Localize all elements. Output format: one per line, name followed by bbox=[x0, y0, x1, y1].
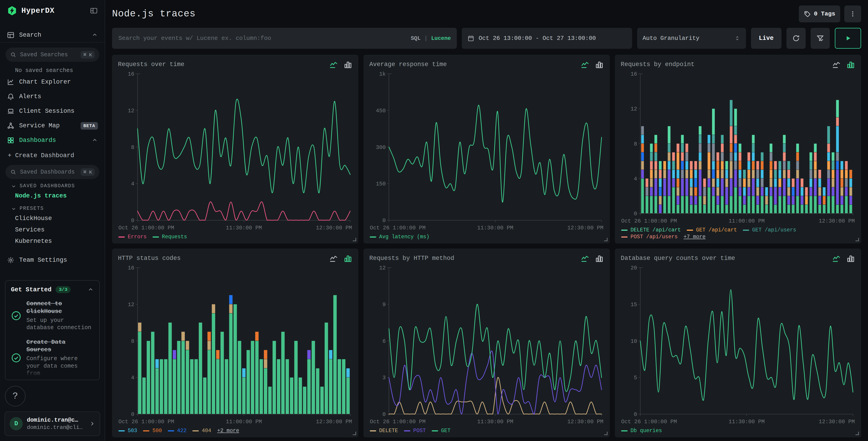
filter-button[interactable] bbox=[811, 28, 830, 49]
line-chart-toggle-icon[interactable] bbox=[329, 60, 338, 69]
legend-item[interactable]: GET /api/cart bbox=[687, 227, 737, 233]
get-started-item-desc: Set up your database connection bbox=[26, 317, 94, 332]
line-chart-toggle-icon[interactable] bbox=[581, 60, 590, 69]
sidebar-item-label: Team Settings bbox=[19, 257, 67, 264]
sidebar-item-team-settings[interactable]: Team Settings bbox=[0, 253, 105, 267]
legend-label: GET /api/cart bbox=[696, 227, 737, 233]
legend-item[interactable]: DELETE /api/cart bbox=[621, 227, 681, 233]
sidebar-item-search[interactable]: Search bbox=[0, 28, 105, 42]
event-search-box[interactable]: SQL | Lucene bbox=[112, 28, 457, 49]
chevron-up-icon[interactable] bbox=[92, 137, 98, 144]
legend-item[interactable]: POST /api/users bbox=[621, 234, 678, 240]
legend-item[interactable]: 422 bbox=[168, 428, 186, 434]
legend-item[interactable]: DELETE bbox=[370, 428, 398, 434]
sidebar-item-dashboards[interactable]: Dashboards bbox=[0, 133, 105, 148]
sidebar-item-service-map[interactable]: Service Map BETA bbox=[0, 118, 105, 133]
tags-button[interactable]: 0 Tags bbox=[799, 5, 840, 22]
sidebar-item-chart-explorer[interactable]: Chart Explorer bbox=[0, 75, 105, 89]
granularity-select[interactable]: Auto Granularity bbox=[637, 28, 746, 49]
chevron-down-icon bbox=[11, 183, 17, 189]
sidebar-dashboard-nodejs-traces[interactable]: Node.js traces bbox=[0, 190, 105, 202]
legend-item[interactable]: GET bbox=[432, 428, 451, 434]
line-chart-toggle-icon[interactable] bbox=[329, 254, 338, 263]
legend-item[interactable]: Errors bbox=[118, 234, 147, 240]
sidebar-item-client-sessions[interactable]: Client Sessions bbox=[0, 104, 105, 118]
get-started-item[interactable]: Connect to ClickHouse Set up your databa… bbox=[11, 300, 94, 332]
refresh-button[interactable] bbox=[786, 28, 806, 49]
sql-mode-toggle[interactable]: SQL bbox=[411, 35, 421, 41]
bar-chart-toggle-icon[interactable] bbox=[846, 254, 855, 263]
legend-item[interactable]: Requests bbox=[153, 234, 187, 240]
bell-icon bbox=[7, 93, 14, 100]
legend-more-link[interactable]: +2 more bbox=[217, 428, 239, 434]
legend-more-link[interactable]: +7 more bbox=[684, 234, 706, 240]
sidebar-preset-kubernetes[interactable]: Kubernetes bbox=[0, 236, 105, 247]
help-button[interactable]: ? bbox=[5, 386, 26, 406]
sidebar-collapse-icon[interactable] bbox=[90, 7, 98, 15]
bar-chart-toggle-icon[interactable] bbox=[595, 254, 604, 263]
line-chart-toggle-icon[interactable] bbox=[581, 254, 590, 263]
legend-item[interactable]: Db queries bbox=[621, 428, 662, 434]
time-range-picker[interactable]: Oct 26 13:00:00 - Oct 27 13:00:00 bbox=[462, 28, 632, 49]
panel-title: Requests over time bbox=[118, 61, 184, 68]
chart-canvas: 01503004501kOct 26 1:00:00 PM11:30:00 PM… bbox=[369, 70, 604, 232]
sidebar-item-label: Alerts bbox=[19, 93, 41, 100]
line-chart-toggle-icon[interactable] bbox=[832, 254, 841, 263]
legend-label: Errors bbox=[128, 234, 147, 240]
legend-swatch bbox=[621, 430, 627, 432]
user-menu[interactable]: D dominic.tran@c… dominic.tran@cli… bbox=[5, 411, 100, 436]
presets-section[interactable]: PRESETS bbox=[0, 202, 105, 213]
saved-dashboards-section[interactable]: SAVED DASHBOARDS bbox=[0, 179, 105, 190]
get-started-header[interactable]: Get Started 3/3 bbox=[11, 286, 94, 293]
chevron-up-icon[interactable] bbox=[87, 287, 94, 293]
legend-item[interactable]: POST bbox=[404, 428, 426, 434]
live-button[interactable]: Live bbox=[751, 28, 781, 49]
saved-searches-input[interactable]: Saved Searches ⌘ K bbox=[5, 48, 99, 62]
sidebar-item-label: Dashboards bbox=[19, 137, 56, 144]
svg-text:11:00:00 PM: 11:00:00 PM bbox=[728, 218, 765, 224]
search-section-icon bbox=[7, 31, 14, 39]
legend-label: Requests bbox=[162, 234, 187, 240]
search-input[interactable] bbox=[118, 35, 406, 42]
legend-item[interactable]: 404 bbox=[192, 428, 211, 434]
svg-text:8: 8 bbox=[634, 141, 637, 147]
legend-label: Db queries bbox=[630, 428, 662, 434]
run-query-button[interactable] bbox=[835, 28, 861, 49]
svg-text:12:30:00 PM: 12:30:00 PM bbox=[316, 419, 352, 425]
svg-text:8: 8 bbox=[131, 338, 134, 345]
create-dashboard-button[interactable]: + Create Dashboard bbox=[0, 148, 105, 160]
svg-text:10: 10 bbox=[630, 338, 637, 345]
legend-label: POST /api/users bbox=[630, 234, 678, 240]
sidebar-item-alerts[interactable]: Alerts bbox=[0, 89, 105, 104]
svg-text:Oct 26 1:00:00 PM: Oct 26 1:00:00 PM bbox=[118, 419, 174, 425]
sidebar-item-label: Service Map bbox=[19, 122, 60, 129]
chart-legend: ErrorsRequests bbox=[118, 232, 352, 241]
bar-chart-toggle-icon[interactable] bbox=[846, 60, 855, 69]
legend-item[interactable]: GET /api/users bbox=[743, 227, 796, 233]
lucene-mode-toggle[interactable]: Lucene bbox=[431, 35, 451, 41]
legend-item[interactable]: 500 bbox=[143, 428, 162, 434]
svg-text:12: 12 bbox=[630, 106, 637, 112]
svg-text:4: 4 bbox=[131, 181, 134, 187]
bar-chart-toggle-icon[interactable] bbox=[343, 60, 352, 69]
line-chart-toggle-icon[interactable] bbox=[832, 60, 841, 69]
more-options-button[interactable] bbox=[844, 5, 861, 22]
saved-dashboards-input[interactable]: Saved Dashboards ⌘ K bbox=[5, 165, 99, 179]
legend-swatch bbox=[432, 430, 438, 432]
get-started-item[interactable]: Create Data Sources Configure where your… bbox=[11, 339, 94, 378]
bar-chart-toggle-icon[interactable] bbox=[343, 254, 352, 263]
legend-swatch bbox=[153, 236, 159, 238]
sidebar: HyperDX Search Saved Searches ⌘ K No sav… bbox=[0, 0, 105, 441]
legend-item[interactable]: 503 bbox=[118, 428, 137, 434]
chevron-up-icon[interactable] bbox=[92, 32, 98, 38]
get-started-title: Get Started bbox=[11, 286, 52, 293]
sidebar-preset-clickhouse[interactable]: ClickHouse bbox=[0, 213, 105, 224]
svg-text:0: 0 bbox=[634, 411, 637, 417]
sidebar-item-label: Chart Explorer bbox=[19, 79, 71, 85]
bar-chart-toggle-icon[interactable] bbox=[595, 60, 604, 69]
user-name: dominic.tran@c… bbox=[27, 417, 83, 423]
sidebar-preset-services[interactable]: Services bbox=[0, 224, 105, 236]
select-chevrons-icon bbox=[734, 35, 741, 41]
legend-swatch bbox=[621, 236, 627, 238]
legend-item[interactable]: Avg latency (ms) bbox=[370, 234, 429, 240]
